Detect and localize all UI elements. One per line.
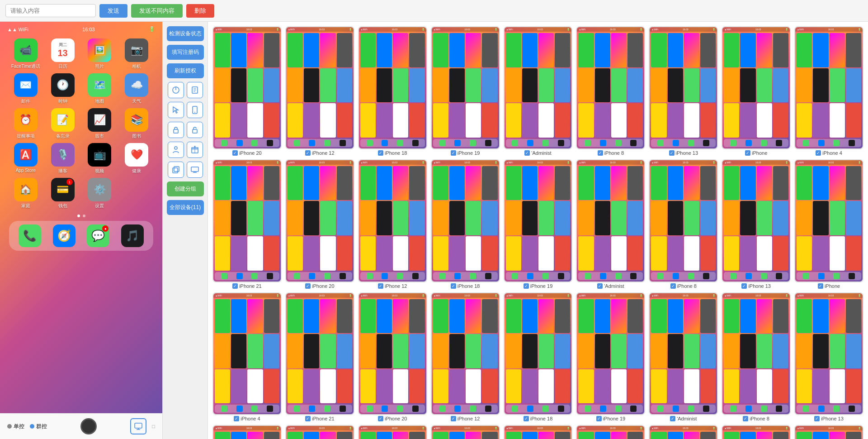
send-button[interactable]: 发送 [99,4,127,18]
device-checkbox[interactable]: ✓ [378,150,383,156]
content-input[interactable] [5,4,96,17]
app-settings[interactable]: ⚙️ 设置 [83,178,117,209]
device-thumbnail[interactable]: ▲WiFi 16:03 🔋 [358,26,427,149]
app-weather[interactable]: ☁️ 天气 [120,73,153,105]
device-checkbox[interactable]: ✓ [524,416,529,421]
app-health[interactable]: ❤️ 健康 [120,143,153,174]
device-thumbnail[interactable]: ▲WiFi 16:03 🔋 [794,159,863,282]
app-podcasts[interactable]: 🎙️ 播客 [46,143,80,174]
device-checkbox[interactable]: ✓ [232,283,238,289]
doc-icon-btn[interactable] [187,82,203,98]
device-checkbox[interactable]: ✓ [818,283,823,289]
dock-music[interactable]: 🎵 [121,224,144,247]
device-thumbnail[interactable]: ▲WiFi 16:03 🔋 [794,26,863,149]
fill-code-btn[interactable]: 填写注册码 [167,45,204,60]
gift-icon-btn[interactable] [187,142,203,158]
dock-safari[interactable]: 🧭 [53,224,75,247]
send-diff-button[interactable]: 发送不同内容 [131,4,183,18]
device-checkbox[interactable]: ✓ [305,150,311,156]
app-home[interactable]: 🏠 家庭 [9,178,42,209]
dock-messages[interactable]: 💬 ● [87,224,109,247]
device-checkbox[interactable]: ✓ [451,150,456,156]
device-thumbnail[interactable]: ▲WiFi 16:03 🔋 [285,425,354,439]
lock-icon-btn[interactable] [168,122,184,138]
app-clock[interactable]: 🕐 时钟 [46,73,80,105]
device-thumbnail[interactable]: ▲WiFi 16:03 🔋 [576,292,645,415]
device-thumbnail[interactable]: ▲WiFi 16:03 🔋 [722,26,791,149]
app-notes[interactable]: 📝 备忘录 [46,108,80,139]
device-thumbnail[interactable]: ▲WiFi 16:03 🔋 [431,26,500,149]
device-checkbox[interactable]: ✓ [598,150,603,156]
app-photos[interactable]: 🖼️ 照片 [83,38,117,70]
group-control-option[interactable]: 群控 [30,423,47,430]
all-devices-btn[interactable]: 全部设备(11) [167,200,204,215]
refresh-auth-btn[interactable]: 刷新授权 [167,63,204,78]
app-tv[interactable]: 📺 视频 [83,143,117,174]
device-checkbox[interactable]: ✓ [741,283,747,289]
device-checkbox[interactable]: ✓ [451,416,456,421]
device-thumbnail[interactable]: ▲WiFi 16:03 🔋 [504,26,573,149]
group-radio[interactable] [30,424,34,429]
device-thumbnail[interactable]: ▲WiFi 16:03 🔋 [504,292,573,415]
device-thumbnail[interactable]: ▲WiFi 16:03 🔋 [212,26,282,149]
app-books[interactable]: 📚 图书 [120,108,153,139]
device-grid-container[interactable]: ▲WiFi 16:03 🔋 ✓iPhone 20 ▲WiFi 16:03 🔋 [208,22,868,439]
device-thumbnail[interactable]: ▲WiFi 16:03 🔋 [285,292,354,415]
device-thumbnail[interactable]: ▲WiFi 16:03 🔋 [576,159,645,282]
device-thumbnail[interactable]: ▲WiFi 16:03 🔋 [212,292,282,415]
unlock-icon-btn[interactable] [187,122,203,138]
app-stocks[interactable]: 📈 股市 [83,108,117,139]
app-maps[interactable]: 🗺️ 地图 [83,73,117,105]
device-checkbox[interactable]: ✓ [378,416,383,421]
device-thumbnail[interactable]: ▲WiFi 16:03 🔋 [504,425,573,439]
screen-mirror-btn[interactable] [130,418,146,434]
device-thumbnail[interactable]: ▲WiFi 16:03 🔋 [431,159,500,282]
device-checkbox[interactable]: ✓ [451,283,456,289]
device-checkbox[interactable]: ✓ [305,416,311,421]
device-thumbnail[interactable]: ▲WiFi 16:03 🔋 [722,292,791,415]
device-checkbox[interactable]: ✓ [596,416,602,421]
device-thumbnail[interactable]: ▲WiFi 16:03 🔋 [212,159,282,282]
screen-icon-btn[interactable] [187,162,203,178]
power-icon-btn[interactable] [168,82,184,98]
device-thumbnail[interactable]: ▲WiFi 16:03 🔋 [358,159,427,282]
device-checkbox[interactable]: ✓ [745,150,750,156]
device-thumbnail[interactable]: ▲WiFi 16:03 🔋 [285,26,354,149]
device-checkbox[interactable]: ✓ [816,150,821,156]
single-control-option[interactable]: 单控 [7,423,24,430]
device-thumbnail[interactable]: ▲WiFi 16:03 🔋 [358,425,427,439]
device-thumbnail[interactable]: ▲WiFi 16:03 🔋 [649,159,718,282]
device-checkbox[interactable]: ✓ [524,283,529,289]
device-thumbnail[interactable]: ▲WiFi 16:03 🔋 [649,26,718,149]
person-icon-btn[interactable] [168,142,184,158]
device-checkbox[interactable]: ✓ [234,416,239,421]
device-thumbnail[interactable]: ▲WiFi 16:03 🔋 [649,425,718,439]
app-camera[interactable]: 📷 相机 [120,38,153,70]
device-thumbnail[interactable]: ▲WiFi 16:03 🔋 [794,425,863,439]
device-thumbnail[interactable]: ▲WiFi 16:03 🔋 [285,159,354,282]
app-mail[interactable]: ✉️ 邮件 [9,73,42,105]
device-thumbnail[interactable]: ▲WiFi 16:03 🔋 [576,26,645,149]
device-checkbox[interactable]: ✓ [669,150,675,156]
device-thumbnail[interactable]: ▲WiFi 16:03 🔋 [794,292,863,415]
device-checkbox[interactable]: ✓ [305,283,311,289]
device-thumbnail[interactable]: ▲WiFi 16:03 🔋 [358,292,427,415]
device-checkbox[interactable]: ✓ [232,150,238,156]
home-button[interactable] [80,418,97,434]
phone-icon-btn[interactable] [187,102,203,118]
device-checkbox[interactable]: ✓ [524,150,530,156]
app-calendar[interactable]: 周二 13 日历 [46,38,80,70]
device-checkbox[interactable]: ✓ [814,416,820,421]
device-thumbnail[interactable]: ▲WiFi 16:03 🔋 [212,425,282,439]
device-thumbnail[interactable]: ▲WiFi 16:03 🔋 [504,159,573,282]
app-facetime[interactable]: 📹 FaceTime通话 [9,38,42,70]
check-status-btn[interactable]: 检测设备状态 [167,26,204,41]
delete-button[interactable]: 删除 [186,4,214,18]
app-reminders[interactable]: ⏰ 提醒事项 [9,108,42,139]
device-thumbnail[interactable]: ▲WiFi 16:03 🔋 [649,292,718,415]
app-wallet[interactable]: 💳 1 钱包 [46,178,80,209]
create-group-btn[interactable]: 创建分组 [167,181,204,196]
device-thumbnail[interactable]: ▲WiFi 16:03 🔋 [431,292,500,415]
app-appstore[interactable]: 🅰️ App Store [9,143,42,174]
device-thumbnail[interactable]: ▲WiFi 16:03 🔋 [722,159,791,282]
